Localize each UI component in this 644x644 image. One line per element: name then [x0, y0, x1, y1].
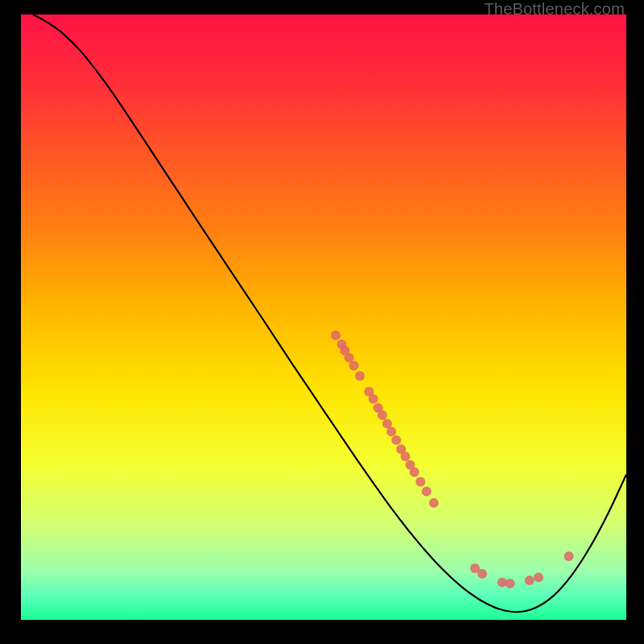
scatter-point — [378, 411, 387, 420]
scatter-point — [331, 331, 341, 341]
scatter-point — [564, 551, 574, 561]
scatter-point — [391, 436, 401, 445]
scatter-point — [415, 477, 425, 487]
scatter-points — [331, 331, 574, 588]
scatter-point — [477, 569, 487, 579]
watermark-text: TheBottleneck.com — [484, 0, 625, 19]
scatter-point — [386, 427, 396, 436]
scatter-point — [410, 468, 419, 477]
scatter-point — [525, 576, 535, 585]
scatter-point — [422, 487, 431, 497]
scatter-point — [401, 452, 411, 461]
scatter-point — [349, 361, 359, 370]
scatter-point — [506, 579, 515, 588]
scatter-point — [534, 572, 543, 582]
chart-container — [21, 14, 626, 620]
bottleneck-curve — [33, 14, 626, 612]
scatter-point — [429, 498, 439, 508]
scatter-point — [369, 394, 378, 404]
plot-area — [21, 14, 626, 620]
scatter-point — [355, 371, 365, 381]
curve-layer — [21, 14, 626, 620]
